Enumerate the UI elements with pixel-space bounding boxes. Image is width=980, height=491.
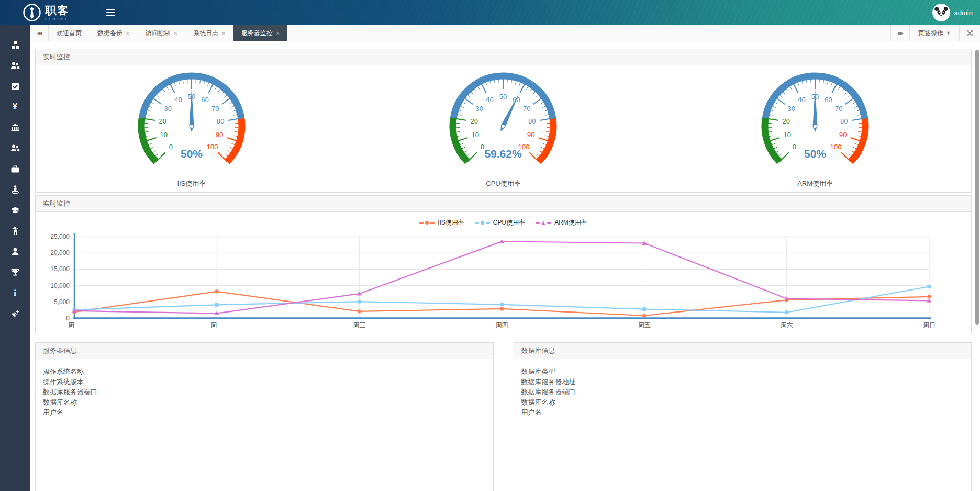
svg-text:0: 0 (66, 315, 70, 322)
svg-text:20: 20 (471, 117, 478, 125)
panel-title: 实时监控 (36, 49, 971, 65)
legend-item-CPU使用率[interactable]: CPU使用率 (475, 218, 525, 227)
tabs-scroll-left-icon[interactable]: ◀◀ (30, 25, 49, 41)
database-info-panel: 数据库信息 数据库类型 数据库服务器地址 数据库服务器端口 数据库名称 用户名 (514, 342, 972, 491)
svg-text:70: 70 (524, 105, 531, 113)
svg-text:周二: 周二 (210, 321, 223, 329)
sidebar-item-bank[interactable] (0, 117, 30, 138)
sidebar-item-user-group[interactable] (0, 55, 30, 76)
cubes-icon (10, 40, 20, 50)
svg-text:20,000: 20,000 (50, 249, 70, 256)
sidebar-item-street-view[interactable] (0, 180, 30, 200)
sidebar-item-info[interactable]: i (0, 283, 30, 304)
svg-text:40: 40 (486, 96, 494, 104)
sidebar-item-check-square[interactable] (0, 76, 30, 97)
svg-text:0: 0 (793, 143, 796, 151)
svg-text:20: 20 (783, 117, 790, 125)
tabs-scroll-right-icon[interactable]: ▶▶ (890, 25, 909, 41)
svg-text:50%: 50% (804, 148, 826, 160)
list-item: 数据库名称 (521, 397, 972, 408)
database-info-list: 数据库类型 数据库服务器地址 数据库服务器端口 数据库名称 用户名 (514, 359, 972, 418)
svg-text:60: 60 (201, 96, 208, 104)
list-item: 用户名 (43, 407, 493, 418)
sidebar-item-graduation-cap[interactable] (0, 200, 30, 221)
tab-system-log[interactable]: 系统日志 × (185, 25, 233, 41)
logo-title: 职客 (45, 5, 70, 16)
list-item: 操作系统名称 (43, 366, 493, 377)
svg-text:50: 50 (499, 93, 507, 101)
svg-text:90: 90 (839, 131, 847, 139)
gauge-cpu: 010203040506070809010059.62% CPU使用率 (432, 71, 574, 188)
tab-actions-dropdown[interactable]: 页签操作 ▼ (909, 25, 959, 41)
legend-item-ARM使用率[interactable]: ARM使用率 (536, 218, 587, 227)
sidebar-item-user[interactable] (0, 241, 30, 262)
list-item: 用户名 (521, 407, 972, 418)
tab-data-backup[interactable]: 数据备份 × (90, 25, 138, 41)
svg-text:10: 10 (160, 131, 167, 139)
avatar[interactable] (932, 4, 950, 21)
svg-text:15,000: 15,000 (50, 265, 70, 273)
logo-subtitle: IZHIKE (45, 17, 70, 21)
tab-close-icon[interactable]: × (174, 30, 178, 37)
tab-close-icon[interactable]: × (276, 30, 280, 37)
check-square-icon (10, 82, 20, 91)
list-item: 数据库类型 (521, 366, 972, 377)
panel-title: 实时监控 (36, 196, 971, 212)
sidebar-item-child[interactable] (0, 221, 30, 242)
sidebar-item-cubes[interactable] (0, 35, 30, 55)
tab-close-icon[interactable]: × (221, 30, 226, 37)
tab-access-control[interactable]: 访问控制 × (138, 25, 186, 41)
svg-text:100: 100 (207, 143, 218, 151)
svg-text:30: 30 (788, 105, 795, 113)
tab-server-monitor[interactable]: 服务器监控 × (233, 25, 288, 41)
svg-text:25,000: 25,000 (50, 233, 70, 240)
bank-icon (10, 123, 20, 132)
user-menu[interactable]: admin (932, 0, 973, 25)
list-item: 数据库服务器地址 (521, 377, 972, 387)
gauge-caption: CPU使用率 (486, 179, 520, 188)
legend-item-IIS使用率[interactable]: IIS使用率 (419, 218, 464, 227)
tab-close-icon[interactable]: × (126, 30, 130, 37)
app-logo[interactable]: 职客 IZHIKE (0, 3, 92, 22)
cogs-icon (10, 309, 20, 318)
gauge-caption: IIS使用率 (177, 179, 206, 188)
menu-toggle-icon[interactable] (102, 4, 119, 21)
svg-text:周六: 周六 (781, 321, 793, 329)
gauge-row: 010203040506070809010050% IIS使用率 0102030… (36, 65, 971, 188)
scrollbar-thumb[interactable] (975, 50, 979, 325)
svg-text:20: 20 (159, 117, 166, 125)
triangle-marker-icon (541, 221, 545, 225)
line-chart: 05,00010,00015,00020,00025,000周一周二周三周四周五… (36, 229, 971, 339)
list-item: 数据库服务器端口 (43, 387, 493, 397)
svg-text:周四: 周四 (496, 321, 508, 329)
yuan-icon: ¥ (13, 102, 17, 111)
sidebar-item-briefcase[interactable] (0, 159, 30, 180)
chart-legend: IIS使用率CPU使用率ARM使用率 (36, 218, 971, 227)
sidebar-item-user-group-2[interactable] (0, 138, 30, 159)
sidebar-item-settings[interactable] (0, 304, 30, 325)
sidebar-item-trophy[interactable] (0, 262, 30, 283)
svg-text:80: 80 (217, 117, 224, 125)
svg-text:0: 0 (169, 143, 173, 151)
svg-text:10,000: 10,000 (50, 282, 70, 289)
tab-label: 服务器监控 (241, 29, 273, 38)
sidebar: ¥ i (0, 25, 30, 491)
tab-home[interactable]: 欢迎首页 (49, 25, 90, 41)
tab-label: 访问控制 (146, 29, 171, 38)
svg-text:60: 60 (825, 96, 832, 104)
list-item: 数据库服务器端口 (521, 387, 972, 397)
panda-avatar-icon (933, 5, 949, 20)
vertical-scrollbar (974, 41, 980, 491)
svg-text:周日: 周日 (923, 321, 936, 329)
sidebar-item-yuan[interactable]: ¥ (0, 97, 30, 118)
svg-text:周五: 周五 (638, 321, 651, 329)
svg-text:70: 70 (211, 105, 219, 113)
svg-text:90: 90 (528, 131, 535, 139)
svg-text:40: 40 (798, 96, 805, 104)
svg-text:周一: 周一 (68, 321, 81, 329)
username[interactable]: admin (954, 9, 973, 17)
svg-text:59.62%: 59.62% (485, 148, 522, 160)
fullscreen-icon[interactable] (959, 25, 980, 41)
child-icon (10, 226, 20, 236)
svg-text:50%: 50% (181, 148, 203, 160)
